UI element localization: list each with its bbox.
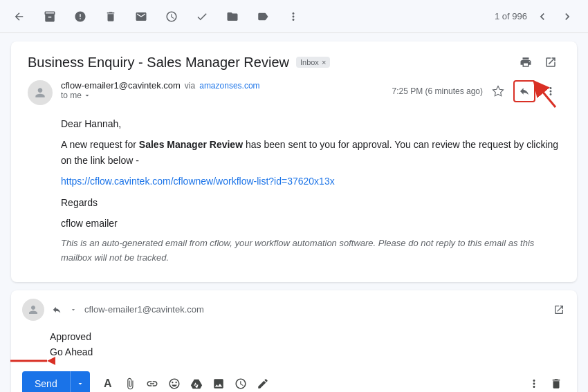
send-dropdown-button[interactable]	[70, 371, 90, 392]
reply-dropdown-icon[interactable]	[66, 303, 80, 317]
nav-left	[11, 8, 302, 25]
next-email-button[interactable]	[558, 7, 577, 26]
reply-to-address: cflow-emailer1@cavintek.com	[84, 304, 204, 315]
insert-link-button[interactable]	[143, 374, 162, 392]
sender-avatar	[28, 80, 53, 105]
badge-close-icon[interactable]: ×	[322, 58, 326, 66]
email-greeting: Dear Hannah,	[61, 116, 560, 131]
email-timestamp: 7:25 PM (6 minutes ago)	[392, 86, 483, 96]
label-button[interactable]	[255, 8, 271, 25]
email-header-right: 7:25 PM (6 minutes ago)	[392, 80, 560, 102]
back-button[interactable]	[11, 8, 28, 25]
workflow-link[interactable]: https://cflow.cavintek.com/cflownew/work…	[61, 176, 335, 187]
reply-avatar	[22, 299, 44, 321]
reply-highlighted-button[interactable]	[513, 80, 535, 102]
delete-button[interactable]	[102, 8, 119, 25]
body-pre: A new request for	[61, 139, 139, 150]
reply-icon-small[interactable]	[50, 303, 64, 317]
attach-file-button[interactable]	[120, 374, 140, 392]
insert-emoji-button[interactable]	[165, 374, 184, 392]
sender-email: cflow-emailer1@cavintek.com	[61, 80, 181, 91]
via-label: via	[185, 81, 195, 91]
email-container: Business Enquiry - Sales Manager Review …	[11, 41, 577, 282]
subject-actions	[516, 53, 560, 72]
discard-button[interactable]	[546, 374, 566, 392]
spam-button[interactable]	[72, 8, 89, 25]
mail-button[interactable]	[133, 8, 149, 25]
nav-right: 1 of 996	[495, 7, 577, 26]
insert-photo-button[interactable]	[209, 374, 228, 392]
send-button[interactable]: Send	[22, 371, 70, 392]
prev-email-button[interactable]	[533, 7, 552, 26]
reply-body[interactable]: Approved Go Ahead	[50, 326, 566, 363]
print-button[interactable]	[516, 53, 535, 72]
email-meta: cflow-emailer1@cavintek.com via amazonse…	[61, 80, 392, 100]
more-toolbar-button[interactable]	[524, 374, 544, 392]
tasks-button[interactable]	[194, 8, 210, 25]
reply-line1: Approved	[50, 329, 566, 344]
snooze-button[interactable]	[163, 8, 180, 25]
format-text-button[interactable]: A	[98, 374, 118, 392]
via-domain: amazonses.com	[199, 81, 259, 91]
app-container: 1 of 996 Business Enquiry - Sales Manage…	[0, 0, 588, 392]
reply-compose-area: cflow-emailer1@cavintek.com Approved Go …	[11, 290, 577, 392]
recipient-line: to me	[61, 91, 392, 100]
email-link-line: https://cflow.cavintek.com/cflownew/work…	[61, 174, 560, 189]
email-body: Dear Hannah, A new request for Sales Man…	[61, 116, 560, 265]
reply-to-field: cflow-emailer1@cavintek.com	[50, 303, 204, 317]
more-email-options-button[interactable]	[541, 82, 560, 101]
signature-button[interactable]	[253, 374, 273, 392]
to-me-label: to me	[61, 91, 82, 100]
compose-toolbar: Send A	[22, 366, 566, 392]
sender-line: cflow-emailer1@cavintek.com via amazonse…	[61, 80, 392, 91]
send-button-group: Send	[22, 371, 90, 392]
toolbar-right	[524, 374, 566, 392]
reply-to-icons	[50, 303, 80, 317]
email-subject: Business Enquiry - Sales Manager Review	[28, 55, 289, 71]
email-header: cflow-emailer1@cavintek.com via amazonse…	[28, 80, 560, 105]
reply-line2: Go Ahead	[50, 344, 566, 360]
reply-expand-button[interactable]	[552, 303, 566, 317]
body-bold: Sales Manager Review	[139, 139, 243, 150]
inbox-label: Inbox	[300, 58, 319, 66]
more-options-button[interactable]	[231, 374, 250, 392]
reply-header: cflow-emailer1@cavintek.com	[22, 299, 566, 321]
email-count: 1 of 996	[495, 11, 527, 21]
email-main-text: A new request for Sales Manager Review h…	[61, 137, 560, 168]
inbox-badge: Inbox ×	[296, 57, 330, 68]
subject-line: Business Enquiry - Sales Manager Review …	[28, 53, 560, 72]
star-button[interactable]	[488, 82, 508, 101]
top-nav: 1 of 996	[0, 0, 588, 33]
archive-button[interactable]	[42, 8, 58, 25]
email-regards: Regards	[61, 195, 560, 210]
open-in-new-button[interactable]	[541, 53, 560, 72]
more-actions-button[interactable]	[285, 8, 302, 25]
email-sender-name: cflow emailer	[61, 216, 560, 231]
email-footer: This is an auto-generated email from cfl…	[61, 236, 560, 265]
insert-drive-button[interactable]	[187, 374, 206, 392]
move-button[interactable]	[224, 8, 241, 25]
